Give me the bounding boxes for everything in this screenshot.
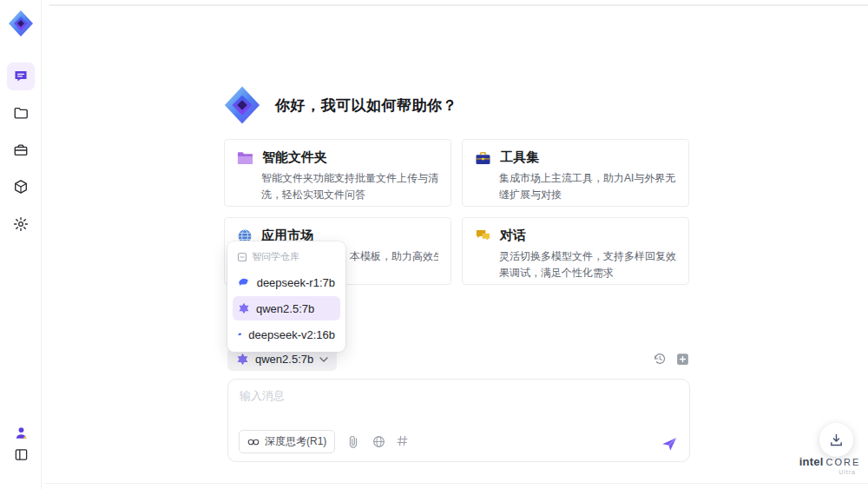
globe-icon — [372, 435, 385, 448]
sidebar-item-settings[interactable] — [7, 210, 35, 238]
history-icon — [653, 352, 667, 366]
model-option-label: qwen2.5:7b — [256, 302, 314, 315]
deep-think-label: 深度思考(R1) — [265, 434, 326, 449]
message-input[interactable] — [240, 388, 639, 425]
new-chat-button[interactable] — [674, 351, 690, 367]
assistant-logo-icon — [222, 85, 262, 125]
card-toolkit[interactable]: 工具集 集成市场上主流工具，助力AI与外界无缝扩展与对接 — [462, 139, 689, 207]
qwen-icon — [238, 302, 250, 314]
paperclip-icon — [348, 435, 358, 448]
download-fab[interactable] — [819, 423, 853, 457]
model-option-label: deepseek-v2:16b — [248, 328, 335, 341]
model-dropdown-header-label: 智问学仓库 — [252, 250, 299, 263]
gear-icon — [13, 216, 29, 232]
sidebar-item-models[interactable] — [7, 173, 35, 201]
gold-chat-icon — [475, 228, 491, 243]
card-title: 智能文件夹 — [262, 149, 327, 166]
card-title: 对话 — [500, 228, 526, 244]
composer-toolbar: 深度思考(R1) — [239, 430, 408, 453]
send-icon — [661, 435, 678, 453]
panel-toggle-icon — [14, 447, 29, 462]
sidebar-item-folders[interactable] — [7, 99, 35, 127]
app-window: 你好，我可以如何帮助你？ 智能文件夹 智能文件夹功能支持批量文件上传与清洗，轻松… — [0, 0, 868, 489]
core-wordmark: core — [825, 457, 860, 467]
card-conversation[interactable]: 对话 灵活切换多模型文件，支持多样回复效果调试，满足个性化需求 — [462, 217, 689, 285]
hash-icon — [397, 435, 408, 446]
deepseek-icon — [238, 277, 251, 287]
card-description: 智能文件夹功能支持批量文件上传与清洗，轻松实现文件问答 — [261, 170, 438, 202]
chevron-down-icon — [319, 357, 328, 362]
bottom-divider — [45, 483, 868, 484]
sidebar-item-chat[interactable] — [7, 63, 35, 90]
model-option-qwen[interactable]: qwen2.5:7b — [233, 296, 340, 320]
download-icon — [829, 433, 844, 447]
model-selector-label: qwen2.5:7b — [255, 353, 313, 366]
sidebar — [0, 0, 42, 489]
cube-icon — [13, 179, 29, 195]
new-chat-icon — [676, 353, 689, 366]
purple-folder-icon — [237, 151, 253, 165]
app-logo-icon — [8, 10, 34, 37]
chat-composer: 深度思考(R1) — [227, 379, 690, 462]
attach-file-button[interactable] — [346, 435, 360, 449]
deepseek-icon — [238, 329, 242, 340]
ultra-wordmark: Ultra — [800, 469, 856, 475]
briefcase-icon — [13, 142, 29, 158]
sidebar-collapse-button[interactable] — [7, 440, 35, 468]
deep-think-icon — [247, 438, 260, 446]
model-dropdown: 智问学仓库 deepseek-r1:7b qwen2.5:7b deepseek… — [227, 241, 345, 352]
send-button[interactable] — [661, 435, 678, 453]
card-description: 灵活切换多模型文件，支持多样回复效果调试，满足个性化需求 — [499, 248, 676, 281]
deep-think-toggle[interactable]: 深度思考(R1) — [239, 430, 335, 453]
model-option-label: deepseek-r1:7b — [257, 276, 335, 289]
sidebar-item-toolbox[interactable] — [7, 136, 35, 164]
history-button[interactable] — [652, 351, 667, 367]
model-option-deepseek-r1[interactable]: deepseek-r1:7b — [233, 270, 340, 294]
model-option-deepseek-v2[interactable]: deepseek-v2:16b — [233, 322, 340, 347]
top-divider — [49, 4, 868, 6]
repo-icon — [237, 252, 247, 262]
toolkit-icon — [475, 151, 491, 165]
folder-icon — [13, 105, 29, 121]
greeting-header: 你好，我可以如何帮助你？ — [222, 85, 457, 125]
intel-core-badge: intel core Ultra — [800, 455, 859, 475]
intel-wordmark: intel — [799, 455, 824, 468]
app-logo[interactable] — [8, 10, 34, 37]
card-smart-folder[interactable]: 智能文件夹 智能文件夹功能支持批量文件上传与清洗，轻松实现文件问答 — [224, 139, 451, 207]
commands-button[interactable] — [397, 435, 408, 449]
greeting-title: 你好，我可以如何帮助你？ — [275, 96, 457, 116]
web-search-button[interactable] — [372, 435, 385, 449]
model-dropdown-header: 智问学仓库 — [233, 247, 340, 268]
chat-icon — [13, 69, 29, 84]
user-icon — [14, 426, 29, 440]
qwen-icon — [236, 353, 249, 366]
card-title: 工具集 — [500, 149, 539, 166]
card-description: 集成市场上主流工具，助力AI与外界无缝扩展与对接 — [499, 170, 676, 202]
